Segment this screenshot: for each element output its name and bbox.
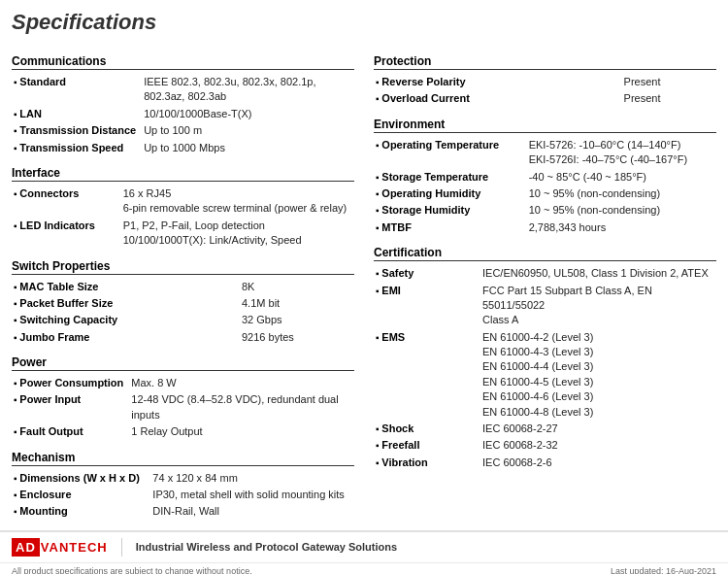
footer-disclaimer: All product specifications are subject t… [12, 566, 252, 574]
brand-ad: AD [12, 538, 40, 557]
spec-value: Up to 1000 Mbps [142, 140, 354, 156]
spec-label: Power Input [12, 391, 129, 423]
spec-value: IEC/EN60950, UL508, Class 1 Division 2, … [480, 265, 716, 282]
table-row: ShockIEC 60068-2-27 [374, 421, 716, 437]
table-row: Transmission SpeedUp to 1000 Mbps [12, 140, 354, 156]
table-row: MountingDIN-Rail, Wall [12, 503, 354, 520]
spec-value: Up to 100 m [142, 122, 354, 139]
section-title-communications: Communications [12, 54, 354, 70]
spec-value: 16 x RJ456-pin removable screw terminal … [121, 186, 354, 218]
spec-label: Switching Capacity [12, 312, 240, 328]
spec-label: Mounting [12, 503, 150, 520]
spec-label: Fault Output [12, 423, 129, 440]
spec-value: P1, P2, P-Fail, Loop detection10/100/100… [121, 218, 354, 250]
spec-label: Enclosure [12, 487, 150, 503]
section-title-certification: Certification [374, 246, 716, 261]
spec-value: 74 x 120 x 84 mm [150, 470, 354, 487]
spec-label: Standard [12, 74, 142, 106]
spec-value: EKI-5726: -10–60°C (14–140°F)EKI-5726I: … [527, 137, 716, 169]
table-row: Transmission DistanceUp to 100 m [12, 122, 354, 139]
spec-value: 10 ~ 95% (non-condensing) [527, 202, 716, 219]
spec-value: EN 61000-4-2 (Level 3)EN 61000-4-3 (Leve… [480, 329, 716, 421]
spec-table-communications: StandardIEEE 802.3, 802.3u, 802.3x, 802.… [12, 74, 354, 156]
footer-bar: ADVANTECH Industrial Wireless and Protoc… [0, 530, 728, 562]
spec-table-switch-properties: MAC Table Size8KPacket Buffer Size4.1M b… [12, 279, 354, 347]
spec-label: Operating Temperature [374, 137, 527, 169]
spec-value: 8K [240, 279, 354, 295]
spec-value: 12-48 VDC (8.4–52.8 VDC), redundant dual… [129, 391, 354, 423]
table-row: FreefallIEC 60068-2-32 [374, 437, 716, 454]
spec-label: Shock [374, 421, 480, 437]
spec-label: EMI [374, 283, 480, 329]
spec-value: 9216 bytes [240, 329, 354, 346]
table-row: VibrationIEC 60068-2-6 [374, 455, 716, 471]
table-row: SafetyIEC/EN60950, UL508, Class 1 Divisi… [374, 265, 716, 282]
table-row: MTBF2,788,343 hours [374, 219, 716, 236]
table-row: Operating Humidity10 ~ 95% (non-condensi… [374, 186, 716, 202]
table-row: MAC Table Size8K [12, 279, 354, 295]
spec-table-interface: Connectors16 x RJ456-pin removable screw… [12, 186, 354, 250]
spec-value: FCC Part 15 Subpart B Class A, EN 55011/… [480, 283, 716, 329]
spec-value: 10 ~ 95% (non-condensing) [527, 186, 716, 202]
spec-label: Reverse Polarity [374, 74, 622, 90]
spec-value: -40 ~ 85°C (-40 ~ 185°F) [527, 169, 716, 186]
table-row: Power Input12-48 VDC (8.4–52.8 VDC), red… [12, 391, 354, 423]
spec-label: Vibration [374, 455, 480, 471]
spec-label: MTBF [374, 219, 527, 236]
spec-label: Freefall [374, 437, 480, 454]
spec-label: Overload Current [374, 90, 622, 107]
spec-label: Safety [374, 265, 480, 282]
spec-label: Power Consumption [12, 375, 129, 391]
table-row: Switching Capacity32 Gbps [12, 312, 354, 328]
section-title-mechanism: Mechanism [12, 451, 354, 466]
table-row: Operating TemperatureEKI-5726: -10–60°C … [374, 137, 716, 169]
page-title: Specifications [12, 10, 716, 35]
section-title-power: Power [12, 355, 354, 371]
table-row: LAN10/100/1000Base-T(X) [12, 106, 354, 122]
spec-label: LED Indicators [12, 218, 121, 250]
spec-label: EMS [374, 329, 480, 421]
brand-logo: ADVANTECH [12, 538, 122, 557]
spec-label: Connectors [12, 186, 121, 218]
spec-value: 4.1M bit [240, 295, 354, 312]
footer-last-updated: Last updated: 16-Aug-2021 [611, 566, 716, 574]
table-row: Packet Buffer Size4.1M bit [12, 295, 354, 312]
brand-vantech: VANTECH [40, 540, 108, 555]
section-title-protection: Protection [374, 54, 716, 70]
spec-label: Dimensions (W x H x D) [12, 470, 150, 487]
spec-label: Storage Temperature [374, 169, 527, 186]
table-row: StandardIEEE 802.3, 802.3u, 802.3x, 802.… [12, 74, 354, 106]
spec-value: IEEE 802.3, 802.3u, 802.3x, 802.1p, 802.… [142, 74, 354, 106]
spec-table-power: Power ConsumptionMax. 8 WPower Input12-4… [12, 375, 354, 441]
spec-value: IEC 60068-2-32 [480, 437, 716, 454]
spec-label: Transmission Speed [12, 140, 142, 156]
table-row: Storage Humidity10 ~ 95% (non-condensing… [374, 202, 716, 219]
table-row: Dimensions (W x H x D)74 x 120 x 84 mm [12, 470, 354, 487]
spec-value: 1 Relay Output [129, 423, 354, 440]
table-row: Storage Temperature-40 ~ 85°C (-40 ~ 185… [374, 169, 716, 186]
table-row: EMSEN 61000-4-2 (Level 3)EN 61000-4-3 (L… [374, 329, 716, 421]
table-row: Jumbo Frame9216 bytes [12, 329, 354, 346]
spec-table-certification: SafetyIEC/EN60950, UL508, Class 1 Divisi… [374, 265, 716, 471]
spec-label: Jumbo Frame [12, 329, 240, 346]
spec-value: 2,788,343 hours [527, 219, 716, 236]
table-row: Reverse PolarityPresent [374, 74, 716, 90]
spec-value: Max. 8 W [129, 375, 354, 391]
spec-value: 32 Gbps [240, 312, 354, 328]
table-row: LED IndicatorsP1, P2, P-Fail, Loop detec… [12, 218, 354, 250]
spec-value: DIN-Rail, Wall [150, 503, 354, 520]
section-title-switch-properties: Switch Properties [12, 259, 354, 275]
footer-tagline: Industrial Wireless and Protocol Gateway… [136, 541, 716, 553]
spec-table-environment: Operating TemperatureEKI-5726: -10–60°C … [374, 137, 716, 236]
table-row: Overload CurrentPresent [374, 90, 716, 107]
right-column: ProtectionReverse PolarityPresentOverloa… [374, 45, 716, 521]
table-row: Fault Output1 Relay Output [12, 423, 354, 440]
spec-label: Packet Buffer Size [12, 295, 240, 312]
spec-value: 10/100/1000Base-T(X) [142, 106, 354, 122]
spec-label: LAN [12, 106, 142, 122]
spec-value: IEC 60068-2-27 [480, 421, 716, 437]
table-row: EMIFCC Part 15 Subpart B Class A, EN 550… [374, 283, 716, 329]
spec-value: IEC 60068-2-6 [480, 455, 716, 471]
spec-label: Operating Humidity [374, 186, 527, 202]
spec-label: Transmission Distance [12, 122, 142, 139]
